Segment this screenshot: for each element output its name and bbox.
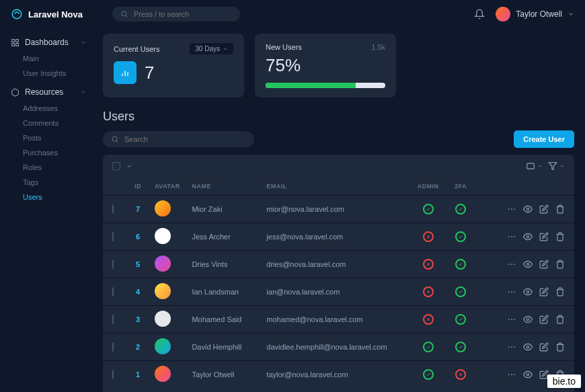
col-2fa[interactable]: 2FA (444, 178, 477, 196)
brand-name: Laravel Nova (28, 9, 83, 19)
sidebar-item-tags[interactable]: Tags (8, 175, 89, 190)
view-mode-button[interactable] (526, 161, 543, 171)
row-id-link[interactable]: 4 (136, 288, 140, 296)
sidebar-item-posts[interactable]: Posts (8, 130, 89, 145)
sidebar-item-purchases[interactable]: Purchases (8, 145, 89, 160)
delete-icon[interactable] (555, 287, 565, 297)
row-id-link[interactable]: 3 (136, 315, 140, 323)
global-search-input[interactable] (134, 10, 232, 18)
delete-icon[interactable] (555, 315, 565, 324)
table-row: 4 Ian Landsman ian@nova.laravel.com (103, 278, 574, 306)
row-checkbox[interactable] (112, 342, 114, 352)
chevron-down-icon (537, 163, 543, 169)
edit-icon[interactable] (539, 260, 549, 269)
card-current-users: Current Users 30 Days 7 (103, 34, 244, 97)
edit-icon[interactable] (539, 342, 549, 352)
svg-point-32 (508, 291, 510, 292)
more-icon[interactable] (507, 370, 516, 379)
row-name: Mohamed Said (188, 306, 262, 334)
sidebar-item-main[interactable]: Main (8, 51, 89, 66)
more-icon[interactable] (507, 232, 516, 241)
users-search[interactable] (103, 131, 254, 147)
row-checkbox[interactable] (112, 370, 114, 379)
row-email: davidlee.hemphill@nova.laravel.com (262, 334, 412, 361)
row-email: taylor@nova.laravel.com (262, 361, 412, 389)
user-menu[interactable]: Taylor Otwell (496, 7, 574, 22)
nova-swirl-icon (11, 8, 23, 20)
view-icon[interactable] (523, 232, 533, 241)
svg-point-41 (526, 318, 529, 321)
percent-value: 75% (266, 55, 385, 76)
sidebar-item-user-insights[interactable]: User Insights (8, 66, 89, 81)
row-checkbox[interactable] (112, 204, 114, 214)
search-icon (120, 10, 128, 18)
nav-group-dashboards[interactable]: Dashboards (8, 34, 89, 51)
row-id-link[interactable]: 5 (136, 260, 140, 268)
avatar (155, 256, 171, 272)
row-checkbox[interactable] (112, 260, 114, 269)
svg-point-33 (511, 291, 512, 292)
sidebar-item-roles[interactable]: Roles (8, 160, 89, 175)
col-email[interactable]: EMAIL (262, 178, 412, 196)
brand-logo[interactable]: Laravel Nova (11, 8, 83, 20)
sidebar-item-addresses[interactable]: Addresses (8, 101, 89, 116)
row-name: Jess Archer (188, 223, 262, 251)
svg-point-38 (508, 319, 510, 320)
global-search[interactable] (112, 7, 240, 22)
svg-point-35 (526, 290, 529, 293)
edit-icon[interactable] (539, 204, 549, 214)
more-icon[interactable] (507, 204, 516, 214)
users-search-input[interactable] (124, 135, 246, 143)
nav-group-resources[interactable]: Resources (8, 83, 89, 101)
svg-point-29 (526, 263, 529, 266)
table-row: 6 Jess Archer jess@nova.laravel.com (103, 223, 574, 251)
resources-icon (11, 88, 20, 97)
more-icon[interactable] (507, 287, 516, 297)
col-admin[interactable]: ADMIN (412, 178, 444, 196)
sidebar-item-comments[interactable]: Comments (8, 116, 89, 130)
col-avatar[interactable]: AVATAR (151, 178, 188, 196)
more-icon[interactable] (507, 315, 516, 324)
period-select[interactable]: 30 Days (190, 43, 233, 54)
col-name[interactable]: NAME (188, 178, 262, 196)
svg-point-49 (511, 374, 512, 375)
edit-icon[interactable] (539, 287, 549, 297)
col-id[interactable]: ID (125, 178, 151, 196)
row-checkbox[interactable] (112, 232, 114, 241)
view-icon[interactable] (523, 315, 533, 324)
delete-icon[interactable] (555, 260, 565, 269)
more-icon[interactable] (507, 260, 516, 269)
row-checkbox[interactable] (112, 287, 114, 297)
edit-icon[interactable] (539, 232, 549, 241)
card-new-users: New Users 1.5k 75% (255, 34, 396, 97)
view-icon[interactable] (523, 204, 533, 214)
avatar (496, 7, 510, 22)
edit-icon[interactable] (539, 315, 549, 324)
row-2fa-status (444, 223, 477, 251)
view-icon[interactable] (523, 260, 533, 269)
row-id-link[interactable]: 6 (136, 233, 140, 241)
table-row: 2 David Hemphill davidlee.hemphill@nova.… (103, 334, 574, 361)
chevron-down-icon (559, 163, 565, 169)
delete-icon[interactable] (555, 204, 565, 214)
row-checkbox[interactable] (112, 315, 114, 324)
row-id-link[interactable]: 2 (136, 343, 140, 351)
notifications-icon[interactable] (474, 9, 485, 19)
chevron-down-icon (80, 89, 87, 95)
sidebar-item-users[interactable]: Users (8, 190, 89, 204)
row-admin-status (412, 223, 444, 251)
delete-icon[interactable] (555, 232, 565, 241)
more-icon[interactable] (507, 342, 516, 352)
create-user-button[interactable]: Create User (514, 130, 574, 148)
view-icon[interactable] (523, 370, 533, 379)
select-all-checkbox[interactable] (112, 162, 120, 170)
svg-rect-3 (12, 39, 15, 42)
filter-button[interactable] (548, 161, 565, 171)
chevron-down-icon[interactable] (126, 163, 132, 169)
view-icon[interactable] (523, 342, 533, 352)
view-icon[interactable] (523, 287, 533, 297)
row-id-link[interactable]: 1 (136, 370, 140, 379)
delete-icon[interactable] (555, 342, 565, 352)
row-id-link[interactable]: 7 (136, 205, 140, 213)
svg-point-50 (514, 374, 515, 375)
